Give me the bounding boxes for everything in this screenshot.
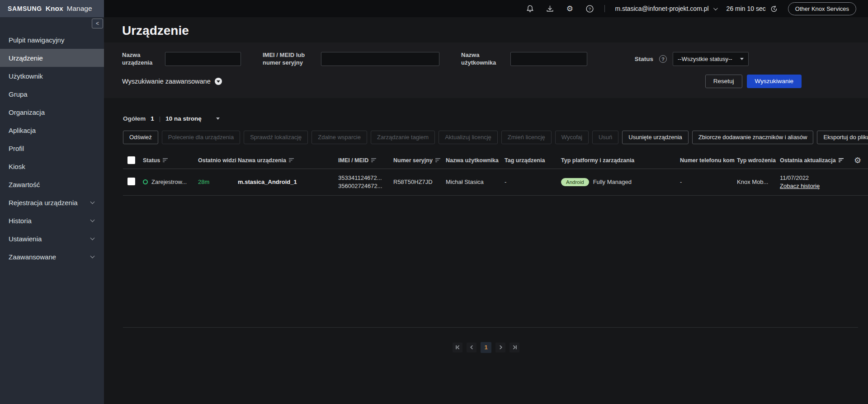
imei-serial-input[interactable] xyxy=(321,52,439,66)
account-menu[interactable]: m.stasica@infonet-projekt.com.pl xyxy=(615,5,716,12)
column-header-nazwa-urz-dzenia[interactable]: Nazwa urządzenia xyxy=(238,157,338,164)
sidebar-item-device[interactable]: Urządzenie xyxy=(0,49,104,67)
sidebar-item-label: Rejestracja urządzenia xyxy=(9,199,78,207)
samsung-logo: SAMSUNG xyxy=(8,5,42,12)
sidebar: < Pulpit nawigacyjnyUrządzenieUżytkownik… xyxy=(0,17,104,404)
toolbar-button-zbiorcze-dodawanie-znacznik-w-i-alias-w[interactable]: Zbiorcze dodawanie znaczników i aliasów xyxy=(692,131,814,144)
sidebar-item-device-enrollment[interactable]: Rejestracja urządzenia xyxy=(0,193,104,211)
column-header-ostatnia-aktualizacja[interactable]: Ostatnia aktualizacja xyxy=(780,157,848,164)
row-checkbox[interactable] xyxy=(127,178,135,185)
sidebar-item-kiosk[interactable]: Kiosk xyxy=(0,157,104,175)
first-page-button[interactable] xyxy=(453,343,462,352)
sidebar-item-application[interactable]: Aplikacja xyxy=(0,121,104,139)
advanced-search-toggle[interactable]: Wyszukiwanie zaawansowane xyxy=(122,78,222,85)
total-label: Ogółem xyxy=(123,115,146,122)
toolbar-button-zarz-dzanie-tagiem: Zarządzanie tagiem xyxy=(371,131,435,144)
filter-user-name: Nazwa użytkownika xyxy=(461,52,587,67)
column-label: Ostatnio widzi xyxy=(198,157,236,164)
row-last-seen: 28m xyxy=(198,179,238,185)
sidebar-item-dashboard[interactable]: Pulpit nawigacyjny xyxy=(0,31,104,49)
column-label: Numer seryjny xyxy=(393,157,433,164)
sidebar-item-profile[interactable]: Profil xyxy=(0,139,104,157)
sidebar-item-content[interactable]: Zawartość xyxy=(0,175,104,193)
sort-icon xyxy=(839,158,844,163)
column-label: Nazwa urządzenia xyxy=(238,157,286,164)
row-user-name: Michał Stasica xyxy=(446,179,505,185)
sidebar-collapse-button[interactable]: < xyxy=(92,19,103,28)
sidebar-item-settings[interactable]: Ustawienia xyxy=(0,230,104,248)
column-header-numer-telefonu-kom: Numer telefonu kom xyxy=(680,157,737,164)
filter-actions: Wyszukiwanie zaawansowane Resetuj Wyszuk… xyxy=(122,75,868,88)
page-size-select[interactable]: 10 na stronę xyxy=(165,115,220,122)
row-status: Zarejestrow... xyxy=(151,179,187,185)
sort-icon xyxy=(371,158,377,163)
toolbar-button-eksportuj-do-pliku-csv[interactable]: Eksportuj do pliku CSV xyxy=(817,131,868,144)
filter-row: Nazwa urządzenia IMEI / MEID lub numer s… xyxy=(122,52,868,67)
user-name-input[interactable] xyxy=(510,52,587,66)
sort-icon xyxy=(289,158,294,163)
column-header-status[interactable]: Status xyxy=(143,157,198,164)
toolbar-button-od-wie[interactable]: Odśwież xyxy=(123,131,158,144)
sidebar-item-history[interactable]: Historia xyxy=(0,211,104,230)
status-enrolled-icon xyxy=(143,179,148,184)
device-name-input[interactable] xyxy=(165,52,241,66)
sidebar-nav: Pulpit nawigacyjnyUrządzenieUżytkownikGr… xyxy=(0,31,104,266)
row-management-type: Fully Managed xyxy=(593,179,632,185)
search-button[interactable]: Wyszukiwanie xyxy=(747,75,802,88)
sidebar-item-label: Zawartość xyxy=(9,181,40,188)
toolbar-button-sprawd-lokalizacj: Sprawdź lokalizację xyxy=(244,131,308,144)
row-last-update: 11/07/2022 xyxy=(780,174,848,182)
sidebar-item-organization[interactable]: Organizacja xyxy=(0,103,104,121)
column-header-ostatnio-widzi: Ostatnio widzi xyxy=(198,157,238,164)
device-list-area: Ogółem 1 | 10 na stronę OdświeżPolecenie… xyxy=(104,114,868,353)
sidebar-item-advanced[interactable]: Zaawansowane xyxy=(0,248,104,266)
filter-user-name-label: Nazwa użytkownika xyxy=(461,52,505,67)
view-history-link[interactable]: Zobacz historię xyxy=(780,183,820,189)
help-icon[interactable]: ? xyxy=(585,4,594,14)
column-header-nazwa-u-ytkownika: Nazwa użytkownika xyxy=(446,157,505,164)
column-settings-gear-icon[interactable]: ⚙ xyxy=(854,156,861,164)
column-label: Nazwa użytkownika xyxy=(446,157,499,164)
column-header-numer-seryjny[interactable]: Numer seryjny xyxy=(393,157,446,164)
session-timer-value: 26 min 10 sec xyxy=(726,5,766,12)
sidebar-item-label: Użytkownik xyxy=(9,72,43,80)
knox-logo: Knox xyxy=(46,5,63,13)
session-reset-icon[interactable] xyxy=(770,5,778,13)
manage-logo: Manage xyxy=(67,5,92,13)
status-label: Status xyxy=(635,56,653,62)
column-label: IMEI / MEID xyxy=(338,157,368,164)
filter-device-name-label: Nazwa urządzenia xyxy=(122,52,159,67)
row-device-name: m.stasica_Android_1 xyxy=(238,179,338,185)
row-platform-cell: Android Fully Managed xyxy=(561,178,680,186)
next-page-button[interactable] xyxy=(495,343,505,352)
column-label: Status xyxy=(143,157,160,164)
toolbar-button-usuni-te-urz-dzenia[interactable]: Usunięte urządzenia xyxy=(622,131,689,144)
chevron-down-icon xyxy=(90,200,95,204)
row-checkbox-cell xyxy=(127,178,143,187)
column-header-imei-meid[interactable]: IMEI / MEID xyxy=(338,157,393,164)
other-knox-services-button[interactable]: Other Knox Services xyxy=(788,2,856,15)
top-header: SAMSUNG Knox Manage ⚙ ? m.stasica@infone… xyxy=(0,0,868,17)
expand-circle-icon xyxy=(215,78,222,85)
header-divider xyxy=(604,5,605,12)
reset-button[interactable]: Resetuj xyxy=(705,75,742,88)
pagination: 1 xyxy=(123,342,849,353)
sidebar-item-group[interactable]: Grupa xyxy=(0,85,104,103)
select-all-checkbox[interactable] xyxy=(127,156,135,164)
header-checkbox-cell xyxy=(127,156,143,164)
chevron-down-icon xyxy=(90,218,95,222)
status-help-icon[interactable]: ? xyxy=(659,55,667,63)
sidebar-item-user[interactable]: Użytkownik xyxy=(0,67,104,85)
current-page-button[interactable]: 1 xyxy=(481,342,491,353)
advanced-search-label: Wyszukiwanie zaawansowane xyxy=(122,78,211,85)
settings-icon[interactable]: ⚙ xyxy=(565,4,575,14)
page-title: Urządzenie xyxy=(122,23,868,38)
toolbar-button-zmie-licencj: Zmień licencję xyxy=(501,131,552,144)
status-select[interactable]: --Wszystkie statusy-- xyxy=(673,52,749,66)
notifications-icon[interactable] xyxy=(525,4,535,14)
previous-page-button[interactable] xyxy=(467,343,476,352)
download-icon[interactable] xyxy=(545,4,555,14)
chevron-down-icon xyxy=(713,6,718,10)
filter-panel: Nazwa urządzenia IMEI / MEID lub numer s… xyxy=(104,42,868,98)
last-page-button[interactable] xyxy=(509,343,519,352)
